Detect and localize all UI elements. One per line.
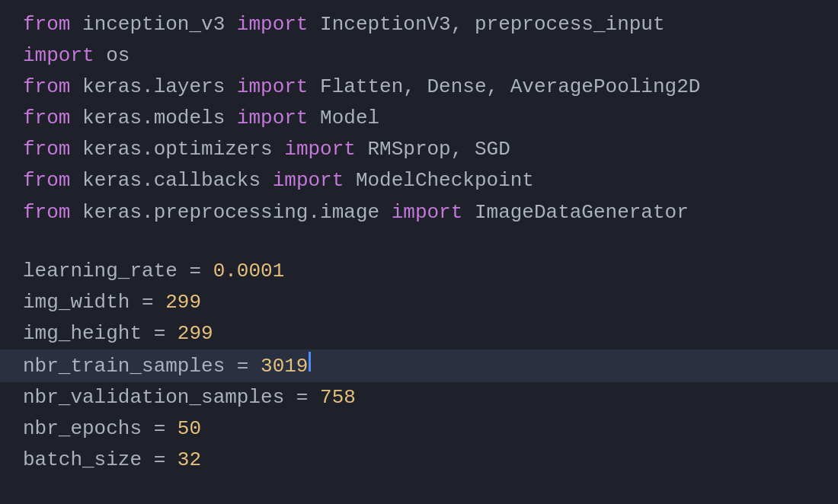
code-line: nbr_train_samples = 3019 [0,349,838,382]
code-line: from keras.callbacks import ModelCheckpo… [0,165,838,196]
code-token: 32 [178,447,201,474]
code-token: nbr_train_samples = [23,353,261,380]
code-token: InceptionV3, preprocess_input [308,11,664,38]
code-token: batch_size = [23,447,178,474]
code-token: import [237,11,309,38]
code-token: keras.models [70,105,236,132]
code-line: batch_size = 32 [0,445,838,476]
code-line: from inception_v3 import InceptionV3, pr… [0,9,838,40]
code-token: nbr_epochs = [23,416,178,442]
code-token: 0.0001 [213,258,285,285]
code-token: inception_v3 [70,11,236,38]
code-line: img_height = 299 [0,318,838,349]
code-token: from [23,167,70,194]
code-line-empty [0,228,838,256]
code-token: Model [308,105,379,132]
code-line: from keras.optimizers import RMSprop, SG… [0,134,838,165]
code-line: learning_rate = 0.0001 [0,256,838,287]
code-token: import [23,43,94,69]
code-token: import [237,74,309,100]
code-token: 758 [320,384,356,411]
code-token: keras.layers [70,74,236,100]
text-cursor [309,352,311,372]
code-line: nbr_validation_samples = 758 [0,382,838,413]
code-token: from [23,74,70,100]
code-token: import [237,105,309,132]
code-token: keras.optimizers [70,136,284,163]
code-token: learning_rate = [23,258,213,285]
code-token: import [284,136,356,163]
code-token: nbr_validation_samples = [23,384,320,411]
code-token: 50 [178,416,201,442]
code-editor: from inception_v3 import InceptionV3, pr… [0,0,838,504]
code-token: from [23,11,70,38]
code-token: keras.callbacks [70,167,272,194]
code-token: import [273,167,344,194]
code-token: 3019 [261,353,308,380]
code-token: RMSprop, SGD [356,136,510,163]
code-token: import [392,199,463,226]
code-line: nbr_epochs = 50 [0,413,838,445]
code-token: ModelCheckpoint [344,167,534,194]
code-token: img_width = [23,289,165,316]
code-token: os [94,43,130,69]
code-line: import os [0,40,838,72]
code-line: from keras.models import Model [0,103,838,134]
code-line: from keras.preprocessing.image import Im… [0,197,838,228]
code-token: Flatten, Dense, AveragePooling2D [308,74,700,100]
code-token: keras.preprocessing.image [70,199,391,226]
code-token: 299 [165,289,201,316]
code-token: from [23,136,70,163]
code-token: from [23,199,70,226]
code-token: from [23,105,70,132]
code-token: ImageDataGenerator [462,199,688,226]
code-token: 299 [178,321,213,347]
code-line: from keras.layers import Flatten, Dense,… [0,72,838,103]
code-token: img_height = [23,321,178,347]
code-line: img_width = 299 [0,287,838,318]
